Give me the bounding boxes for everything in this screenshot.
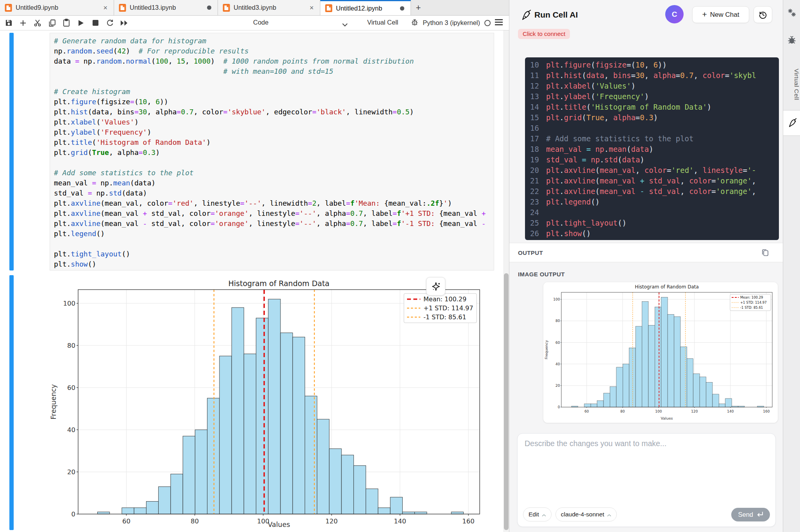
debugger-bug-icon[interactable] bbox=[783, 35, 800, 44]
svg-text:100: 100 bbox=[553, 297, 560, 301]
panel-title: Run Cell AI bbox=[534, 10, 578, 20]
notebook-scroll-area: # Generate random data for histogramnp.r… bbox=[0, 30, 509, 532]
svg-text:80: 80 bbox=[555, 319, 560, 323]
tab-label: Untitled9.ipynb bbox=[16, 4, 98, 11]
svg-text:60: 60 bbox=[122, 518, 130, 525]
run-cell-ai-panel: Run Cell AI Click to connect C + New Cha… bbox=[509, 0, 783, 532]
plus-icon: + bbox=[702, 10, 707, 19]
tab-untitled3[interactable]: Untitled3.ipynb × bbox=[218, 0, 320, 15]
svg-text:Histogram of Random Data: Histogram of Random Data bbox=[228, 279, 329, 288]
cell-collapser[interactable] bbox=[9, 33, 14, 270]
ai-code-viewer: 10plt.figure(figsize=(10, 6))11plt.hist(… bbox=[525, 57, 779, 240]
model-dropdown[interactable]: claude-4-sonnet bbox=[555, 507, 617, 521]
output-header-label: OUTPUT bbox=[518, 249, 543, 256]
kernel-name[interactable]: Python 3 (ipykernel) bbox=[423, 19, 480, 27]
carrot-logo-icon bbox=[520, 9, 531, 23]
cell-type-dropdown[interactable]: Code bbox=[253, 19, 268, 26]
svg-text:Histogram of Random Data: Histogram of Random Data bbox=[635, 284, 699, 290]
tab-untitled13[interactable]: Untitled13.ipynb bbox=[114, 0, 218, 15]
svg-text:60: 60 bbox=[555, 341, 560, 345]
add-cell-button[interactable] bbox=[19, 19, 27, 27]
send-button[interactable]: Send bbox=[731, 508, 770, 521]
right-sidebar-rail: Virtual Cell bbox=[783, 0, 800, 532]
svg-text:100: 100 bbox=[655, 409, 662, 413]
svg-text:Values: Values bbox=[268, 521, 290, 528]
chevron-up-icon bbox=[607, 511, 611, 518]
app-window: Untitled9.ipynb × Untitled13.ipynb Untit… bbox=[0, 0, 800, 532]
svg-text:60: 60 bbox=[67, 384, 75, 391]
chat-message-input[interactable] bbox=[525, 439, 767, 498]
svg-text:140: 140 bbox=[394, 518, 406, 525]
image-output-header-label: IMAGE OUTPUT bbox=[518, 271, 565, 278]
svg-text:Frequency: Frequency bbox=[544, 340, 548, 359]
tab-bar: Untitled9.ipynb × Untitled13.ipynb Untit… bbox=[0, 0, 509, 16]
svg-text:120: 120 bbox=[691, 409, 698, 413]
svg-text:80: 80 bbox=[620, 409, 625, 413]
mini-histogram-figure: 6080100120140160020406080100Histogram of… bbox=[543, 282, 778, 423]
svg-text:+1 STD: 114.97: +1 STD: 114.97 bbox=[740, 301, 767, 304]
copy-icon bbox=[761, 248, 770, 257]
svg-text:20: 20 bbox=[555, 384, 560, 388]
debugger-bug-icon[interactable] bbox=[411, 18, 418, 27]
run-cell-button[interactable] bbox=[77, 19, 85, 27]
toolbar-menu-icon[interactable] bbox=[495, 19, 503, 27]
svg-text:160: 160 bbox=[763, 409, 770, 413]
svg-text:-1 STD: 85.61: -1 STD: 85.61 bbox=[423, 313, 466, 321]
restart-kernel-button[interactable] bbox=[106, 19, 114, 27]
svg-text:80: 80 bbox=[67, 342, 75, 349]
paste-cell-button[interactable] bbox=[62, 19, 70, 27]
kernel-status-icon bbox=[484, 20, 491, 26]
tab-label: Untitled3.ipynb bbox=[234, 4, 304, 11]
tab-label: Untitled12.ipynb bbox=[336, 5, 395, 12]
stop-kernel-button[interactable] bbox=[91, 19, 99, 27]
new-chat-label: New Chat bbox=[710, 11, 739, 19]
svg-text:Mean: 100.29: Mean: 100.29 bbox=[740, 295, 763, 299]
chevron-down-icon[interactable] bbox=[342, 21, 348, 28]
svg-text:60: 60 bbox=[584, 409, 589, 413]
ai-sparkle-button[interactable] bbox=[426, 277, 445, 295]
virtual-cell-toolbar-label: Virtual Cell bbox=[367, 19, 398, 26]
save-button[interactable] bbox=[5, 19, 12, 27]
edit-mode-dropdown[interactable]: Edit bbox=[523, 507, 552, 521]
close-icon[interactable]: × bbox=[102, 4, 109, 12]
svg-text:40: 40 bbox=[555, 362, 560, 366]
cut-cell-button[interactable] bbox=[34, 19, 41, 27]
svg-text:120: 120 bbox=[325, 518, 338, 525]
svg-text:Frequency: Frequency bbox=[50, 384, 57, 419]
svg-text:100: 100 bbox=[63, 300, 76, 307]
scrollbar-thumb[interactable] bbox=[504, 273, 509, 530]
notebook-file-icon bbox=[223, 4, 230, 12]
output-collapser[interactable] bbox=[9, 275, 14, 530]
new-tab-button[interactable]: + bbox=[411, 0, 426, 15]
tab-untitled12-active[interactable]: Untitled12.ipynb bbox=[320, 0, 411, 15]
svg-text:140: 140 bbox=[727, 409, 734, 413]
new-chat-button[interactable]: + New Chat bbox=[692, 6, 749, 23]
return-key-icon bbox=[757, 512, 763, 518]
notebook-scrollbar[interactable] bbox=[504, 30, 509, 532]
svg-text:40: 40 bbox=[67, 426, 75, 434]
virtual-cell-panel-label: Virtual Cell bbox=[783, 61, 800, 108]
notebook-toolbar: Code Virtual Cell Python 3 (ipykernel) bbox=[0, 16, 509, 30]
connect-status-badge[interactable]: Click to connect bbox=[518, 29, 570, 39]
edit-mode-label: Edit bbox=[529, 511, 539, 518]
copy-output-button[interactable] bbox=[761, 248, 770, 259]
carrot-icon bbox=[787, 118, 797, 128]
user-avatar[interactable]: C bbox=[665, 5, 684, 23]
close-icon[interactable]: × bbox=[308, 4, 315, 12]
restart-run-all-button[interactable] bbox=[120, 19, 128, 27]
tab-untitled9[interactable]: Untitled9.ipynb × bbox=[0, 0, 114, 15]
svg-text:0: 0 bbox=[71, 511, 76, 518]
output-section-header: OUTPUT bbox=[509, 243, 783, 262]
history-clock-icon bbox=[758, 10, 768, 20]
code-cell-editor[interactable]: # Generate random data for histogramnp.r… bbox=[50, 33, 494, 270]
svg-text:20: 20 bbox=[67, 468, 75, 476]
settings-gears-icon[interactable] bbox=[783, 8, 800, 18]
chat-input-card: Edit claude-4-sonnet Send bbox=[517, 433, 776, 527]
tab-label: Untitled13.ipynb bbox=[130, 4, 202, 11]
chat-history-button[interactable] bbox=[754, 6, 772, 23]
copy-cell-button[interactable] bbox=[48, 19, 56, 27]
svg-text:+1 STD: 114.97: +1 STD: 114.97 bbox=[423, 304, 473, 312]
notebook-file-icon bbox=[119, 4, 126, 12]
run-cell-ai-rail-tab[interactable] bbox=[783, 110, 800, 136]
unsaved-dot-icon bbox=[207, 5, 211, 10]
